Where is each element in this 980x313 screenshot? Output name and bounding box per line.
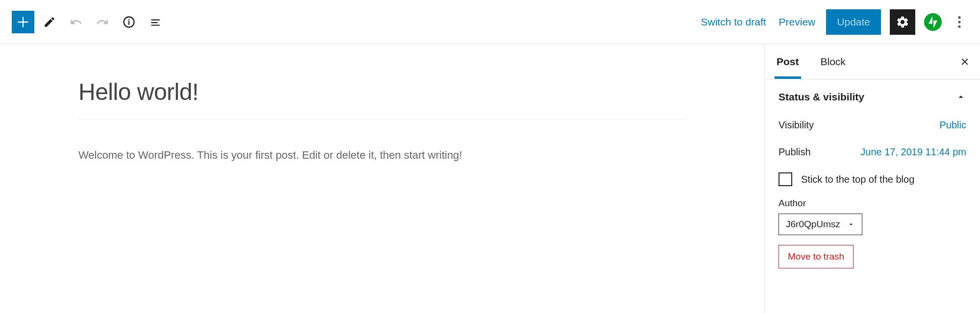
author-label: Author	[779, 198, 966, 209]
publish-value[interactable]: June 17, 2019 11:44 pm	[860, 146, 966, 158]
update-button[interactable]: Update	[826, 9, 881, 35]
author-select[interactable]: J6r0QpUmsz	[779, 214, 862, 235]
editor-area[interactable]: Hello world! Welcome to WordPress. This …	[0, 44, 764, 313]
toolbar-right: Switch to draft Preview Update	[699, 9, 968, 35]
edit-button[interactable]	[38, 11, 61, 33]
settings-sidebar: Post Block Status & visibility Visibilit…	[764, 44, 980, 313]
post-body[interactable]: Welcome to WordPress. This is your first…	[78, 149, 686, 162]
panel-title: Status & visibility	[779, 91, 864, 103]
visibility-row: Visibility Public	[779, 112, 966, 139]
close-icon	[959, 56, 970, 67]
tab-block[interactable]: Block	[819, 44, 848, 79]
sticky-label: Stick to the top of the blog	[801, 174, 914, 185]
info-button[interactable]	[118, 11, 140, 33]
publish-row: Publish June 17, 2019 11:44 pm	[779, 139, 966, 166]
author-section: Author J6r0QpUmsz	[779, 193, 966, 245]
info-icon	[122, 15, 136, 29]
redo-icon	[96, 16, 109, 28]
chevron-up-icon	[955, 92, 966, 102]
visibility-value[interactable]: Public	[940, 120, 966, 131]
publish-label: Publish	[779, 146, 811, 158]
list-view-button[interactable]	[144, 11, 167, 33]
undo-icon	[70, 16, 82, 28]
preview-button[interactable]: Preview	[777, 12, 818, 32]
top-toolbar: Switch to draft Preview Update	[0, 0, 980, 44]
status-visibility-panel: Status & visibility Visibility Public Pu…	[765, 79, 980, 282]
main-layout: Hello world! Welcome to WordPress. This …	[0, 44, 980, 313]
svg-point-2	[958, 25, 960, 27]
close-panel-button[interactable]	[959, 56, 970, 67]
switch-to-draft-button[interactable]: Switch to draft	[699, 12, 768, 32]
sidebar-tabs: Post Block	[765, 44, 980, 79]
jetpack-icon	[924, 13, 942, 31]
jetpack-button[interactable]	[924, 13, 942, 31]
settings-button[interactable]	[890, 9, 915, 35]
list-view-icon	[149, 16, 162, 28]
undo-button[interactable]	[65, 11, 87, 33]
author-value: J6r0QpUmsz	[786, 219, 840, 230]
sticky-row: Stick to the top of the blog	[779, 166, 966, 193]
chevron-down-icon	[847, 220, 855, 228]
plus-icon	[16, 15, 30, 29]
toolbar-left	[12, 11, 167, 33]
pencil-icon	[43, 16, 56, 28]
svg-point-1	[958, 21, 960, 23]
gear-icon	[896, 15, 909, 29]
sticky-checkbox[interactable]	[779, 172, 792, 186]
post-title[interactable]: Hello world!	[78, 78, 686, 120]
visibility-label: Visibility	[779, 120, 814, 131]
dots-vertical-icon	[957, 15, 961, 29]
more-options-button[interactable]	[951, 11, 968, 33]
tab-post[interactable]: Post	[775, 44, 801, 79]
move-to-trash-button[interactable]: Move to trash	[779, 245, 854, 268]
add-block-button[interactable]	[12, 11, 34, 33]
svg-point-0	[958, 16, 960, 19]
panel-header-status[interactable]: Status & visibility	[779, 89, 966, 112]
redo-button[interactable]	[91, 11, 114, 33]
